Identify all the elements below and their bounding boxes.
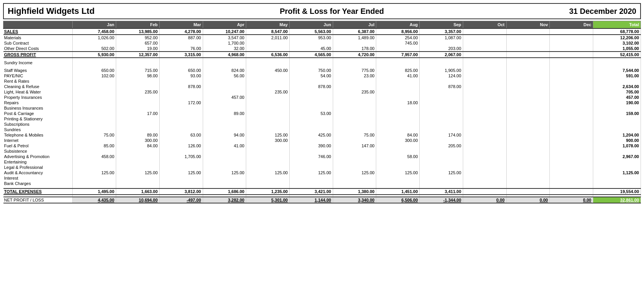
header-dec: Dec xyxy=(550,21,593,29)
cell-rent_rates-12 xyxy=(593,78,641,84)
cell-gross_profit-0: 5,930.00 xyxy=(73,52,116,58)
cell-staff_wages-0: 650.00 xyxy=(73,68,116,73)
cell-sundries-3 xyxy=(203,127,246,132)
cell-legal_prof-4 xyxy=(246,165,290,170)
cell-interest-1 xyxy=(116,175,160,181)
cell-post_carriage-2 xyxy=(159,111,203,116)
cell-gross_profit-7: 7,957.00 xyxy=(376,52,420,58)
cell-bank_charges-4 xyxy=(246,181,290,186)
cell-sundry_income-12 xyxy=(593,60,641,65)
cell-materials-6: 1,489.00 xyxy=(333,35,376,40)
cell-subscriptions-7 xyxy=(376,122,420,127)
cell-sales-10 xyxy=(506,28,550,35)
cell-materials-11 xyxy=(550,35,593,40)
cell-property_ins-8 xyxy=(420,95,463,100)
cell-telephone-4: 125.00 xyxy=(246,132,290,138)
cell-total_expenses-3: 1,686.00 xyxy=(203,188,246,195)
cell-sundries-2 xyxy=(159,127,203,132)
cell-internet-0 xyxy=(73,138,116,143)
cell-telephone-8: 174.00 xyxy=(420,132,463,138)
header-jan: Jan xyxy=(73,21,116,29)
cell-property_ins-2 xyxy=(159,95,203,100)
cell-bank_charges-9 xyxy=(463,181,506,186)
label-interest: Interest xyxy=(3,175,73,181)
cell-bank_charges-8 xyxy=(420,181,463,186)
row-materials: Materials1,026.00952.00887.003,547.002,0… xyxy=(3,35,641,40)
header-jun: Jun xyxy=(289,21,333,29)
cell-other_direct-12: 1,055.00 xyxy=(593,46,641,52)
cell-total_expenses-9 xyxy=(463,188,506,195)
cell-subscriptions-6 xyxy=(333,122,376,127)
cell-post_carriage-5: 53.00 xyxy=(289,111,333,116)
cell-subcontract-7: 745.00 xyxy=(376,40,420,46)
cell-light_heat-9 xyxy=(463,89,506,95)
cell-telephone-2: 63.00 xyxy=(159,132,203,138)
cell-cleaning-10 xyxy=(506,84,550,89)
header-mar: Mar xyxy=(159,21,203,29)
row-subcontract: Sub Contract657.001,700.00745.003,102.00 xyxy=(3,40,641,46)
cell-audit-12: 1,125.00 xyxy=(593,170,641,175)
cell-business_ins-1 xyxy=(116,105,160,111)
cell-staff_wages-3: 824.00 xyxy=(203,68,246,73)
cell-advertising-6 xyxy=(333,154,376,159)
cell-repairs-6 xyxy=(333,100,376,105)
cell-sales-3: 10,247.00 xyxy=(203,28,246,35)
cell-total_expenses-12: 19,554.00 xyxy=(593,188,641,195)
cell-entertaining-1 xyxy=(116,159,160,165)
cell-total_expenses-5: 3,421.00 xyxy=(289,188,333,195)
cell-staff_wages-12: 7,544.00 xyxy=(593,68,641,73)
label-sales: SALES xyxy=(3,28,73,35)
cell-subscriptions-1 xyxy=(116,122,160,127)
label-cleaning: Cleaning & Refuse xyxy=(3,84,73,89)
cell-printing-2 xyxy=(159,116,203,122)
cell-sales-4: 8,547.00 xyxy=(246,28,290,35)
cell-repairs-11 xyxy=(550,100,593,105)
cell-subscriptions-4 xyxy=(246,122,290,127)
cell-subscriptions-12 xyxy=(593,122,641,127)
cell-fuel_petrol-8: 205.00 xyxy=(420,143,463,148)
cell-total_expenses-6: 1,380.00 xyxy=(333,188,376,195)
header-nov: Nov xyxy=(506,21,550,29)
cell-other_direct-0: 502.00 xyxy=(73,46,116,52)
cell-post_carriage-6 xyxy=(333,111,376,116)
cell-telephone-10 xyxy=(506,132,550,138)
cell-subscriptions-10 xyxy=(506,122,550,127)
row-telephone: Telephone & Mobiles75.0089.0063.0094.001… xyxy=(3,132,641,138)
cell-interest-7 xyxy=(376,175,420,181)
cell-printing-8 xyxy=(420,116,463,122)
label-post_carriage: Post & Carriage xyxy=(3,111,73,116)
header-total: Total xyxy=(593,21,641,29)
row-sundry_income: Sundry Income xyxy=(3,60,641,65)
cell-repairs-0 xyxy=(73,100,116,105)
cell-property_ins-5 xyxy=(289,95,333,100)
cell-subsistence-10 xyxy=(506,148,550,154)
cell-rent_rates-2 xyxy=(159,78,203,84)
cell-sundry_income-6 xyxy=(333,60,376,65)
cell-net_profit-4: 5,301.00 xyxy=(246,197,290,203)
cell-subcontract-1: 657.00 xyxy=(116,40,160,46)
cell-audit-1: 125.00 xyxy=(116,170,160,175)
cell-sales-2: 4,278.00 xyxy=(159,28,203,35)
cell-sundry_income-2 xyxy=(159,60,203,65)
cell-sundry_income-1 xyxy=(116,60,160,65)
cell-sundry_income-7 xyxy=(376,60,420,65)
cell-advertising-0: 458.00 xyxy=(73,154,116,159)
cell-internet-7: 300.00 xyxy=(376,138,420,143)
cell-advertising-9 xyxy=(463,154,506,159)
cell-light_heat-0 xyxy=(73,89,116,95)
cell-property_ins-0 xyxy=(73,95,116,100)
cell-post_carriage-9 xyxy=(463,111,506,116)
cell-property_ins-10 xyxy=(506,95,550,100)
cell-cleaning-1 xyxy=(116,84,160,89)
cell-sundry_income-5 xyxy=(289,60,333,65)
cell-sundries-0 xyxy=(73,127,116,132)
cell-subcontract-9 xyxy=(463,40,506,46)
cell-post_carriage-0 xyxy=(73,111,116,116)
cell-post_carriage-11 xyxy=(550,111,593,116)
cell-repairs-10 xyxy=(506,100,550,105)
cell-property_ins-9 xyxy=(463,95,506,100)
cell-subsistence-9 xyxy=(463,148,506,154)
cell-sundries-6 xyxy=(333,127,376,132)
cell-subcontract-12: 3,102.00 xyxy=(593,40,641,46)
cell-printing-9 xyxy=(463,116,506,122)
